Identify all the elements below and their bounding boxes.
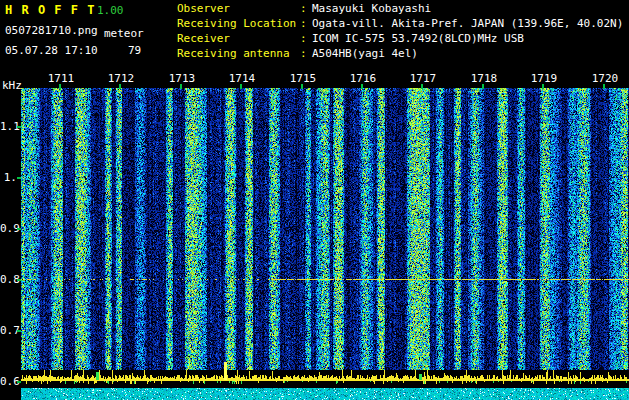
datetime: 05.07.28 17:10	[5, 44, 98, 57]
spectrogram-canvas	[21, 88, 629, 370]
freq-label: 1.1	[0, 120, 17, 133]
level-strip-canvas	[21, 370, 629, 400]
minute-label: 1717	[409, 72, 437, 85]
info-label: Receiving antenna	[177, 47, 300, 60]
minute-label: 1711	[47, 72, 75, 85]
freq-tick	[17, 330, 21, 332]
freq-tick	[17, 279, 21, 281]
minute-tick	[240, 84, 242, 89]
filename: 0507281710.png	[5, 24, 98, 37]
minute-tick	[59, 84, 61, 89]
info-row: Receiver:ICOM IC-575 53.7492(8LCD)MHz US…	[177, 32, 623, 47]
minute-label: 1713	[168, 72, 196, 85]
khz-label: kHz	[2, 79, 22, 92]
minute-label: 1718	[470, 72, 498, 85]
freq-tick	[17, 381, 21, 383]
info-label: Observer	[177, 2, 300, 15]
freq-label: 0.6	[0, 375, 17, 388]
minute-tick	[421, 84, 423, 89]
minute-label: 1716	[349, 72, 377, 85]
freq-label: 1.	[0, 171, 17, 184]
app-version: 1.00	[97, 4, 124, 17]
mode-label: meteor	[104, 27, 144, 40]
hrofft-window: H R O F F T 1.00 0507281710.png meteor 0…	[0, 0, 629, 400]
minute-label: 1714	[228, 72, 256, 85]
minute-tick	[180, 84, 182, 89]
minute-tick	[603, 84, 605, 89]
info-separator: :	[300, 32, 312, 45]
info-separator: :	[300, 47, 312, 60]
info-separator: :	[300, 17, 312, 30]
app-title: H R O F F T	[5, 3, 95, 17]
info-separator: :	[300, 2, 312, 15]
freq-label: 0.7	[0, 324, 17, 337]
minute-tick	[119, 84, 121, 89]
info-value: A504HB(yagi 4el)	[312, 47, 418, 60]
minute-label: 1719	[530, 72, 558, 85]
info-value: Masayuki Kobayashi	[312, 2, 431, 15]
info-value: ICOM IC-575 53.7492(8LCD)MHz USB	[312, 32, 524, 45]
count: 79	[128, 44, 141, 57]
freq-tick	[17, 228, 21, 230]
info-value: Ogata-vill. Akita-Pref. JAPAN (139.96E, …	[312, 17, 623, 30]
info-row: Observer:Masayuki Kobayashi	[177, 2, 623, 17]
freq-label: 0.8	[0, 273, 17, 286]
freq-tick	[17, 177, 21, 179]
minute-label: 1712	[107, 72, 135, 85]
freq-label: 0.9	[0, 222, 17, 235]
minute-tick	[542, 84, 544, 89]
minute-tick	[301, 84, 303, 89]
minute-label: 1720	[591, 72, 619, 85]
info-row: Receiving antenna:A504HB(yagi 4el)	[177, 47, 623, 62]
minute-label: 1715	[289, 72, 317, 85]
info-label: Receiving Location	[177, 17, 300, 30]
minute-tick	[482, 84, 484, 89]
header-info: Observer:Masayuki Kobayashi Receiving Lo…	[177, 2, 623, 62]
freq-tick	[17, 126, 21, 128]
info-label: Receiver	[177, 32, 300, 45]
minute-tick	[361, 84, 363, 89]
info-row: Receiving Location:Ogata-vill. Akita-Pre…	[177, 17, 623, 32]
